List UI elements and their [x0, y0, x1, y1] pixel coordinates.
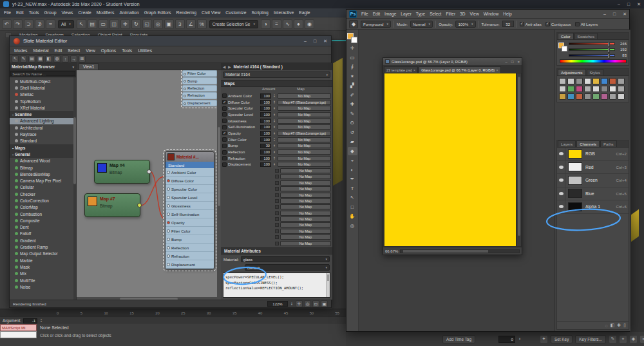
map-button[interactable]: No Map: [278, 143, 331, 148]
browser-item[interactable]: MultiTile: [10, 277, 76, 284]
visibility-eye-icon[interactable]: [557, 174, 565, 187]
document-tab[interactable]: Glass1orange.psd @ 66.7% (Layer 0, RGB/8…: [419, 66, 500, 73]
map-button[interactable]: No Map: [278, 112, 331, 117]
window-button[interactable]: ×: [517, 60, 520, 64]
map-button[interactable]: No Map: [280, 222, 331, 227]
add-time-tag-button[interactable]: Add Time Tag: [442, 335, 475, 343]
adjustment-icon[interactable]: [584, 93, 591, 100]
document-tab[interactable]: 23 template.psd ×: [384, 66, 418, 73]
browser-item[interactable]: Dent: [10, 224, 76, 231]
eraser-tool-icon[interactable]: ▰: [348, 137, 357, 146]
input-socket[interactable]: [167, 213, 170, 216]
lasso-tool-icon[interactable]: ∮: [348, 62, 357, 72]
browser-item[interactable]: ColorMap: [10, 204, 76, 211]
menu-item[interactable]: Filter: [446, 12, 455, 16]
use-pivot-point-icon[interactable]: ◎: [153, 19, 163, 29]
input-socket[interactable]: [167, 246, 170, 249]
amount-spinner[interactable]: [272, 101, 276, 104]
edit-mode-icon[interactable]: ✎: [609, 335, 617, 343]
browser-item[interactable]: Mix: [10, 271, 76, 277]
chevron-down-icon[interactable]: [71, 64, 74, 69]
amount-spinner[interactable]: [272, 163, 276, 166]
type-tool-icon[interactable]: T: [348, 184, 357, 193]
magic-wand-tool-icon[interactable]: ✶: [348, 72, 357, 81]
menu-item[interactable]: Material: [33, 48, 48, 53]
history-brush-tool-icon[interactable]: ↺: [348, 128, 357, 137]
code-scrollbar[interactable]: [326, 273, 330, 297]
window-button[interactable]: □: [511, 60, 514, 64]
browser-item[interactable]: Raytrace: [10, 131, 76, 137]
adjustment-icon[interactable]: [601, 86, 608, 92]
snap-status-icon[interactable]: ⌖: [619, 335, 627, 343]
material-attributes-header[interactable]: Material Attributes: [221, 247, 332, 255]
browser-item[interactable]: Mask: [10, 264, 76, 270]
browser-scrollbar[interactable]: [73, 77, 76, 300]
adjustment-icon[interactable]: [618, 78, 625, 84]
paint-bucket-tool-icon[interactable]: ◆: [348, 147, 357, 156]
browser-item[interactable]: Architectural: [10, 124, 76, 131]
node-slot[interactable]: Reflection: [182, 85, 217, 91]
material-slot[interactable]: Ambient Color: [166, 168, 214, 177]
amount-field[interactable]: 30: [260, 144, 271, 149]
adjustment-icon[interactable]: [609, 93, 616, 100]
visibility-eye-icon[interactable]: [557, 148, 565, 160]
browser-item[interactable]: Multi/Sub-Object: [10, 78, 76, 84]
map-button[interactable]: No Map: [278, 149, 331, 155]
visibility-eye-icon[interactable]: [557, 161, 565, 174]
map-button[interactable]: No Map: [278, 106, 331, 111]
menu-item[interactable]: Edit: [373, 12, 380, 16]
input-socket[interactable]: [167, 229, 170, 233]
material-slot[interactable]: Specular Level: [166, 193, 214, 202]
panel-tab[interactable]: Paths: [600, 140, 617, 147]
menu-item[interactable]: 3D: [460, 12, 465, 16]
map-button[interactable]: No Map: [280, 241, 331, 246]
amount-field[interactable]: 100: [260, 112, 271, 117]
RGB[interactable]: RGB Ctrl+2: [557, 148, 629, 161]
input-socket[interactable]: [167, 196, 170, 199]
browser-item[interactable]: Composite: [10, 217, 76, 224]
healing-brush-tool-icon[interactable]: ✚: [348, 100, 357, 109]
map-button[interactable]: No Map: [278, 156, 331, 161]
input-socket[interactable]: [167, 238, 170, 241]
material-name-dropdown[interactable]: glass: [241, 256, 330, 262]
adjustment-icon[interactable]: [592, 78, 600, 84]
maxscript-mini-listener[interactable]: MAXScript Mi: [0, 324, 37, 331]
show-background-icon[interactable]: ◧: [45, 55, 52, 62]
adjustment-icon[interactable]: [567, 78, 574, 84]
input-socket[interactable]: [167, 179, 170, 182]
background-color-swatch[interactable]: [351, 37, 357, 43]
amount-field[interactable]: 100: [260, 137, 271, 142]
menu-item[interactable]: Options: [101, 48, 116, 53]
amount-field[interactable]: 100: [260, 106, 271, 111]
adjustment-icon[interactable]: [576, 78, 583, 84]
adjustment-icon[interactable]: [609, 86, 616, 92]
adjustment-icon[interactable]: [592, 86, 600, 92]
pick-material-from-object-icon[interactable]: ✎: [20, 55, 27, 62]
menu-item[interactable]: View: [470, 12, 479, 16]
rectangular-selection-region-icon[interactable]: ▭: [99, 19, 108, 29]
red-slider[interactable]: [569, 43, 615, 45]
Green[interactable]: Green Ctrl+4: [557, 174, 629, 187]
fill-source-dropdown[interactable]: Foreground: [361, 21, 391, 28]
menu-item[interactable]: File: [4, 10, 11, 15]
amount-field[interactable]: 100: [260, 93, 271, 99]
select-tool-icon[interactable]: ↖: [12, 55, 19, 62]
load-selection-icon[interactable]: ◌: [605, 323, 607, 328]
browser-item[interactable]: - Scanline: [10, 111, 76, 117]
menu-item[interactable]: Tools: [122, 48, 132, 53]
current-frame-field[interactable]: 0: [498, 336, 515, 343]
clone-stamp-tool-icon[interactable]: ⊙: [348, 119, 357, 128]
brush-tool-icon[interactable]: ✎: [348, 110, 357, 119]
Alpha 1[interactable]: Alpha 1 Ctrl+6: [557, 200, 629, 214]
mirror-icon[interactable]: ◑: [261, 19, 270, 29]
material-node-header[interactable]: Material #...: [166, 152, 214, 162]
panel-tab[interactable]: Color: [558, 33, 574, 39]
amount-spinner[interactable]: [272, 119, 276, 122]
material-slot[interactable]: Refraction: [166, 252, 214, 260]
browser-item[interactable]: - General: [10, 151, 76, 157]
menu-item[interactable]: Image: [384, 12, 396, 16]
close-tab-icon[interactable]: ×: [496, 68, 498, 72]
menu-item[interactable]: Graph Editors: [144, 10, 171, 15]
menu-item[interactable]: Modes: [14, 48, 27, 53]
zoom-tool-icon[interactable]: ◎: [348, 222, 357, 231]
